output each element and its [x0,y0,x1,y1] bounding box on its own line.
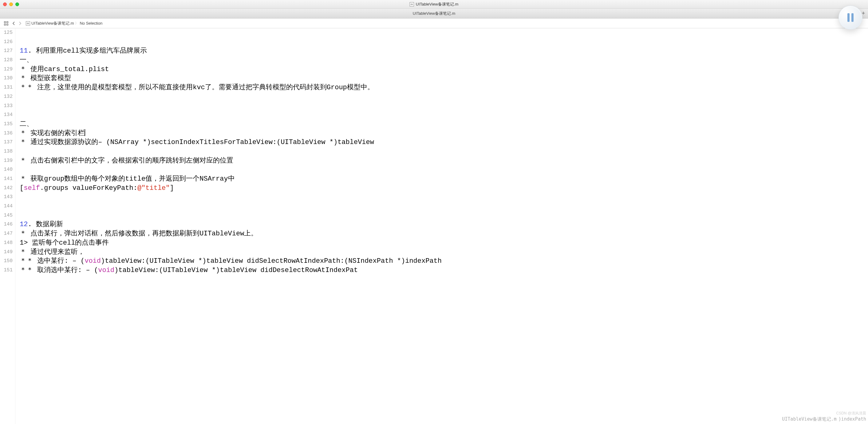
line-number: 151 [0,266,12,275]
line-number: 148 [0,238,12,248]
status-method: )indexPath [838,416,866,422]
code-line[interactable]: ＊ 通过代理来监听， [20,248,868,257]
code-line[interactable] [20,147,868,156]
line-number: 147 [0,229,12,238]
line-number: 133 [0,102,12,111]
line-number: 146 [0,220,12,229]
code-line[interactable] [20,37,868,47]
related-items-icon[interactable] [2,20,10,27]
code-line[interactable]: ＊＊ 选中某行: – (void)tableView:(UITableView … [20,257,868,266]
svg-rect-4 [847,13,849,22]
code-line[interactable]: ＊ 使用cars_total.plist [20,65,868,74]
minimize-window-button[interactable] [9,2,13,6]
code-line[interactable] [20,92,868,102]
svg-rect-5 [851,13,854,22]
code-line[interactable] [20,211,868,220]
breadcrumb[interactable]: m UITableView备课笔记.m 〉 No Selection [26,21,102,26]
code-line[interactable]: ＊ 获取group数组中的每个对象的title值，并返回到一个NSArray中 [20,174,868,184]
code-line[interactable] [20,165,868,174]
nav-forward-button[interactable] [17,20,23,27]
code-line[interactable]: [self.groups valueForKeyPath:@"title"] [20,184,868,193]
line-number: 142 [0,184,12,193]
tab-title[interactable]: UITableView备课笔记.m [413,11,455,16]
line-number: 143 [0,193,12,202]
line-number: 145 [0,211,12,220]
code-line[interactable]: 12. 数据刷新 [20,220,868,229]
svg-rect-1 [7,21,8,23]
line-number: 141 [0,174,12,184]
maximize-window-button[interactable] [16,2,19,6]
code-line[interactable]: ＊＊ 注意，这里使用的是模型套模型，所以不能直接使用kvc了。需要通过把字典转模… [20,83,868,92]
breadcrumb-file[interactable]: UITableView备课笔记.m [31,21,74,26]
svg-rect-0 [4,21,5,23]
line-number: 126 [0,37,12,47]
code-line[interactable]: 1> 监听每个cell的点击事件 [20,238,868,248]
code-editor[interactable]: 1251261271281291301311321331341351361371… [0,28,868,424]
line-number: 139 [0,156,12,166]
code-line[interactable]: ＊ 点击右侧索引栏中的文字，会根据索引的顺序跳转到左侧对应的位置 [20,156,868,166]
code-line[interactable]: 11. 利用重用cell实现多组汽车品牌展示 [20,47,868,56]
breadcrumb-file-icon: m [26,21,30,26]
svg-rect-3 [7,24,8,25]
window-title: m UITableView备课笔记.m [410,2,458,7]
code-line[interactable] [20,110,868,120]
navbar: m UITableView备课笔记.m 〉 No Selection [0,19,868,28]
line-number: 136 [0,129,12,138]
code-line[interactable]: ＊＊ 取消选中某行: – (void)tableView:(UITableVie… [20,266,868,275]
chevron-right-icon: 〉 [75,21,79,26]
line-number: 130 [0,74,12,83]
code-line[interactable] [20,102,868,111]
code-line[interactable]: 一、 [20,56,868,65]
code-area[interactable]: 11. 利用重用cell实现多组汽车品牌展示一、＊ 使用cars_total.p… [16,28,868,424]
code-line[interactable]: ＊ 模型嵌套模型 [20,74,868,83]
line-number: 150 [0,257,12,266]
close-window-button[interactable] [3,2,7,6]
pause-button[interactable] [838,5,863,30]
code-line[interactable]: ＊ 通过实现数据源协议的– (NSArray *)sectionIndexTit… [20,138,868,147]
code-line[interactable] [20,193,868,202]
line-number: 135 [0,120,12,129]
file-icon: m [410,2,414,6]
status-file: UITableView备课笔记.m [782,416,836,422]
line-number: 127 [0,47,12,56]
code-line[interactable]: ＊ 点击某行，弹出对话框，然后修改数据，再把数据刷新到UITableView上。 [20,229,868,238]
line-number: 144 [0,202,12,211]
breadcrumb-selection[interactable]: No Selection [80,21,102,26]
code-line[interactable] [20,28,868,37]
titlebar: m UITableView备课笔记.m [0,0,868,9]
svg-rect-2 [4,24,5,25]
line-number: 125 [0,28,12,37]
line-number: 137 [0,138,12,147]
line-number: 134 [0,110,12,120]
window-title-text: UITableView备课笔记.m [416,2,458,7]
line-number: 129 [0,65,12,74]
line-number: 132 [0,92,12,102]
code-line[interactable]: ＊ 实现右侧的索引栏 [20,129,868,138]
tabbar: UITableView备课笔记.m + [0,9,868,19]
watermark: CSDN @清风清晨 [836,411,866,416]
line-number: 131 [0,83,12,92]
line-number: 128 [0,56,12,65]
line-gutter: 1251261271281291301311321331341351361371… [0,28,16,424]
code-line[interactable] [20,202,868,211]
traffic-lights [3,2,19,6]
status-overlay: UITableView备课笔记.m )indexPath [782,416,866,422]
code-line[interactable]: 二、 [20,120,868,129]
line-number: 138 [0,147,12,156]
nav-back-button[interactable] [10,20,17,27]
line-number: 140 [0,165,12,174]
line-number: 149 [0,248,12,257]
